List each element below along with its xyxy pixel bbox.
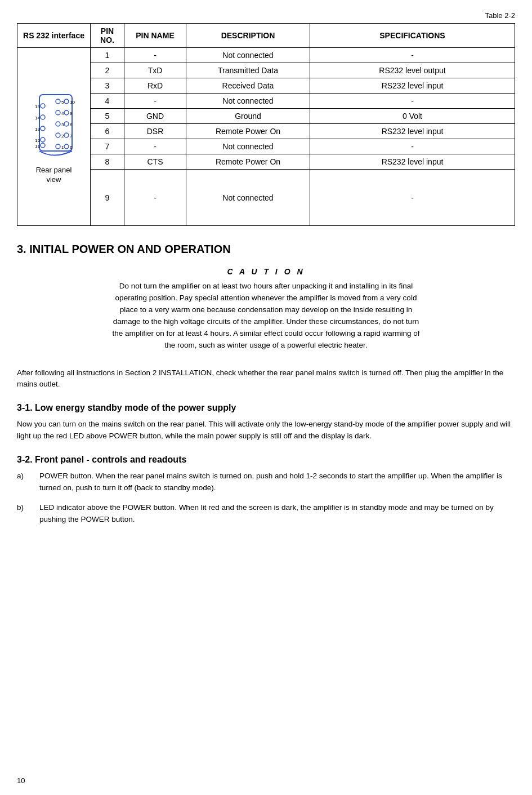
- pin-description: Not connected: [186, 48, 310, 63]
- pin-name: GND: [124, 109, 186, 124]
- svg-point-3: [64, 99, 69, 104]
- caution-block: C A U T I O N Do not turn the amplifier …: [109, 267, 424, 352]
- list-item-content: POWER button. When the rear panel mains …: [39, 470, 515, 494]
- svg-text:15: 15: [35, 104, 40, 109]
- pin-spec: RS232 level input: [310, 78, 515, 94]
- pin-name: -: [124, 139, 186, 154]
- svg-point-29: [41, 143, 45, 148]
- svg-point-25: [56, 144, 60, 149]
- svg-point-1: [56, 99, 60, 104]
- pin-description: Received Data: [186, 78, 310, 94]
- caution-title: C A U T I O N: [109, 267, 424, 276]
- svg-text:8: 8: [70, 122, 73, 127]
- pin-number: 7: [91, 139, 124, 154]
- svg-point-19: [56, 133, 60, 137]
- pin-number: 1: [91, 48, 124, 63]
- rear-panel-label: Rear panelview: [36, 166, 72, 185]
- pin-description: Not connected: [186, 94, 310, 109]
- svg-text:6: 6: [70, 145, 73, 150]
- svg-point-21: [64, 133, 69, 137]
- pin-spec: 0 Volt: [310, 109, 515, 124]
- pin-description: Transmitted Data: [186, 63, 310, 78]
- svg-text:2: 2: [61, 134, 64, 139]
- svg-point-9: [64, 110, 69, 115]
- pin-name: TxD: [124, 63, 186, 78]
- pin-spec: -: [310, 139, 515, 154]
- list-item-label: b): [17, 502, 39, 526]
- svg-text:12: 12: [35, 138, 40, 143]
- pin-spec: RS232 level output: [310, 63, 515, 78]
- pin-spec: -: [310, 48, 515, 63]
- header-pin-no: PIN NO.: [91, 24, 124, 48]
- pin-name: RxD: [124, 78, 186, 94]
- header-pin-name: PIN NAME: [124, 24, 186, 48]
- pin-spec: -: [310, 170, 515, 226]
- page-number: 10: [17, 776, 25, 785]
- svg-text:9: 9: [70, 111, 73, 116]
- svg-text:4: 4: [61, 111, 64, 116]
- subsection31-text: Now you can turn on the mains switch on …: [17, 419, 515, 442]
- section3-title: 3. INITIAL POWER ON AND OPERATION: [17, 243, 515, 256]
- pin-name: -: [124, 94, 186, 109]
- list-item-content: LED indicator above the POWER button. Wh…: [39, 502, 515, 526]
- pin-name: CTS: [124, 154, 186, 170]
- pin-description: Ground: [186, 109, 310, 124]
- pin-description: Not connected: [186, 139, 310, 154]
- pin-number: 8: [91, 154, 124, 170]
- pin-description: Remote Power On: [186, 154, 310, 170]
- pin-spec: RS232 level input: [310, 154, 515, 170]
- pin-description: Not connected: [186, 170, 310, 226]
- svg-point-11: [41, 115, 45, 119]
- svg-text:7: 7: [70, 134, 73, 139]
- pin-number: 6: [91, 124, 124, 139]
- svg-text:1: 1: [61, 145, 64, 150]
- svg-text:5: 5: [61, 100, 64, 105]
- pin-number: 3: [91, 78, 124, 94]
- svg-point-7: [56, 110, 60, 115]
- pin-number: 5: [91, 109, 124, 124]
- svg-point-23: [41, 137, 45, 142]
- svg-text:3: 3: [61, 122, 64, 127]
- pin-description: Remote Power On: [186, 124, 310, 139]
- pin-name: DSR: [124, 124, 186, 139]
- svg-text:14: 14: [35, 116, 40, 121]
- svg-text:10: 10: [70, 100, 75, 105]
- caution-text: Do not turn the amplifier on at least tw…: [109, 281, 424, 352]
- svg-text:11: 11: [35, 144, 40, 149]
- list-item: b)LED indicator above the POWER button. …: [17, 502, 515, 526]
- rs232-table: RS 232 interface PIN NO. PIN NAME DESCRI…: [17, 23, 515, 226]
- pin-number: 9: [91, 170, 124, 226]
- svg-point-15: [64, 122, 69, 126]
- pin-number: 2: [91, 63, 124, 78]
- pin-number: 4: [91, 94, 124, 109]
- svg-point-17: [41, 126, 45, 131]
- list-item-label: a): [17, 470, 39, 494]
- svg-point-5: [41, 104, 45, 108]
- rear-panel-cell: 5 10 15 4 9 14 3: [17, 48, 91, 226]
- pin-name: -: [124, 48, 186, 63]
- table-label: Table 2-2: [17, 11, 515, 20]
- svg-point-13: [56, 122, 60, 126]
- header-rs232: RS 232 interface: [17, 24, 91, 48]
- subsection32-title: 3-2. Front panel - controls and readouts: [17, 455, 515, 465]
- pin-spec: RS232 level input: [310, 124, 515, 139]
- svg-point-27: [64, 144, 69, 149]
- pin-spec: -: [310, 94, 515, 109]
- after-caution-text: After following all instructions in Sect…: [17, 367, 515, 391]
- pin-name: -: [124, 170, 186, 226]
- header-specifications: SPECIFICATIONS: [310, 24, 515, 48]
- header-description: DESCRIPTION: [186, 24, 310, 48]
- list-item: a)POWER button. When the rear panel main…: [17, 470, 515, 494]
- svg-text:13: 13: [35, 127, 40, 132]
- subsection31-title: 3-1. Low energy standby mode of the powe…: [17, 403, 515, 413]
